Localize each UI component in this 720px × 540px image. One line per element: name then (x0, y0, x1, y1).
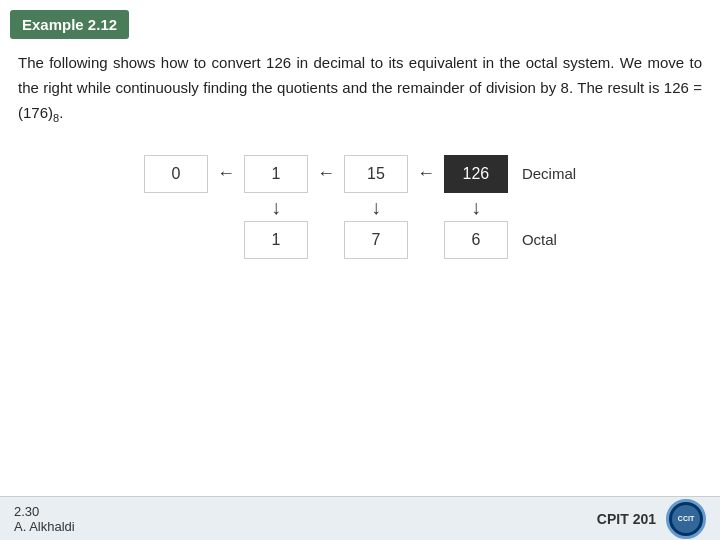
cell-126: 126 (444, 155, 508, 193)
example-title: Example 2.12 (10, 10, 129, 39)
footer-left: 2.30 A. Alkhaldi (14, 504, 75, 534)
cpit-label: CPIT 201 (597, 511, 656, 527)
label-octal: Octal (508, 221, 557, 259)
arrow-left-2: ← (308, 163, 344, 184)
diagram: 0 ← 1 ← 15 ← 126 Decimal ↓ ↓ ↓ (144, 155, 576, 259)
arrows-row: ↓ ↓ ↓ (144, 193, 576, 221)
diagram-container: 0 ← 1 ← 15 ← 126 Decimal ↓ ↓ ↓ (0, 155, 720, 259)
down-arrow-126: ↓ (444, 193, 508, 221)
top-row: 0 ← 1 ← 15 ← 126 Decimal (144, 155, 576, 193)
cell-0: 0 (144, 155, 208, 193)
cell-r6: 6 (444, 221, 508, 259)
author-name: A. Alkhaldi (14, 519, 75, 534)
footer: 2.30 A. Alkhaldi CPIT 201 CCIT (0, 496, 720, 540)
arrow-left-3: ← (408, 163, 444, 184)
label-decimal: Decimal (508, 155, 576, 193)
cell-15: 15 (344, 155, 408, 193)
arrow-left-1: ← (208, 163, 244, 184)
footer-right: CPIT 201 CCIT (597, 499, 706, 539)
cpit-logo: CCIT (666, 499, 706, 539)
bottom-row: 1 7 6 Octal (144, 221, 576, 259)
paragraph-text: The following shows how to convert 126 i… (18, 51, 702, 127)
logo-inner: CCIT (672, 505, 700, 533)
logo-text: CCIT (678, 515, 694, 523)
slide-number: 2.30 (14, 504, 39, 519)
cell-1: 1 (244, 155, 308, 193)
cell-r1: 1 (244, 221, 308, 259)
content-area: The following shows how to convert 126 i… (0, 39, 720, 127)
cell-r7: 7 (344, 221, 408, 259)
down-arrow-15: ↓ (344, 193, 408, 221)
down-arrow-1: ↓ (244, 193, 308, 221)
